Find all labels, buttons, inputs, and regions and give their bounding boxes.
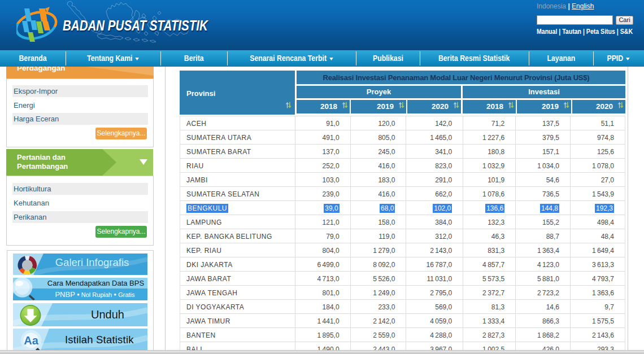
svg-text:Aa: Aa [24,334,38,346]
